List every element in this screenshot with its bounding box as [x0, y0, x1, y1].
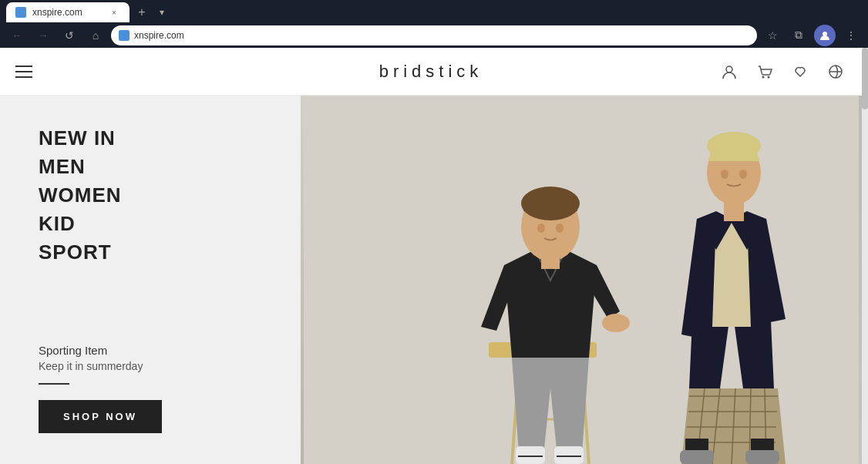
nav-links: NEW IN MEN WOMEN KID SPORT: [39, 126, 262, 264]
hamburger-line: [15, 76, 32, 78]
site-header: bridstick: [0, 48, 862, 96]
svg-point-20: [556, 224, 564, 233]
nav-link-women[interactable]: WOMEN: [39, 183, 262, 207]
browser-menu-button[interactable]: ⋮: [840, 25, 862, 46]
svg-point-3: [768, 76, 770, 78]
new-tab-button[interactable]: +: [131, 2, 153, 22]
hero-photo: [301, 96, 862, 464]
bookmark-button[interactable]: ☆: [762, 25, 783, 46]
nav-link-men[interactable]: MEN: [39, 155, 262, 179]
product-title: Sporting Item: [39, 344, 262, 357]
scrollbar-track[interactable]: [862, 48, 868, 464]
home-button[interactable]: ⌂: [85, 25, 106, 46]
header-icons: [718, 61, 846, 82]
divider: [39, 383, 69, 385]
back-button[interactable]: ←: [6, 25, 28, 46]
right-panel: [301, 96, 862, 464]
nav-link-sport[interactable]: SPORT: [39, 240, 262, 264]
left-panel: NEW IN MEN WOMEN KID SPORT Sporting Item…: [0, 96, 301, 464]
svg-rect-11: [516, 446, 545, 464]
product-subtitle: Keep it in summerday: [39, 360, 262, 372]
hamburger-line: [15, 71, 32, 72]
shop-now-button[interactable]: SHOP NOW: [39, 400, 162, 433]
address-security-icon: [119, 30, 130, 41]
refresh-button[interactable]: ↺: [59, 25, 80, 46]
svg-point-1: [726, 66, 732, 72]
svg-rect-12: [554, 446, 584, 464]
account-icon[interactable]: [718, 61, 740, 82]
profile-button[interactable]: [814, 25, 836, 46]
extensions-button[interactable]: ⧉: [788, 25, 809, 46]
svg-point-37: [721, 170, 728, 179]
nav-link-kid[interactable]: KID: [39, 212, 262, 236]
product-info: Sporting Item Keep it in summerday SHOP …: [39, 344, 262, 433]
svg-rect-18: [541, 254, 560, 269]
nav-link-new-in[interactable]: NEW IN: [39, 126, 262, 150]
forward-button[interactable]: →: [32, 25, 54, 46]
address-bar[interactable]: xnspire.com: [111, 25, 757, 45]
svg-rect-36: [724, 200, 744, 221]
tab-title: xnspire.com: [32, 7, 82, 18]
svg-point-35: [707, 132, 761, 160]
cart-icon[interactable]: [754, 61, 775, 82]
hero-section: NEW IN MEN WOMEN KID SPORT Sporting Item…: [0, 96, 862, 464]
address-url: xnspire.com: [134, 30, 184, 41]
svg-point-19: [537, 224, 545, 233]
svg-rect-33: [745, 450, 779, 464]
scrollbar-thumb[interactable]: [862, 48, 868, 109]
tab-dropdown-button[interactable]: ▾: [154, 2, 170, 22]
wishlist-icon[interactable]: [789, 61, 811, 82]
tab-favicon: [15, 7, 26, 18]
svg-rect-32: [680, 450, 714, 464]
active-tab[interactable]: xnspire.com ×: [6, 2, 130, 22]
language-icon[interactable]: [825, 61, 846, 82]
hamburger-line: [15, 66, 32, 67]
fashion-figures-svg: [301, 96, 862, 464]
site-logo: bridstick: [379, 62, 483, 82]
svg-point-15: [602, 314, 630, 332]
svg-point-38: [739, 170, 747, 179]
svg-point-2: [762, 76, 765, 78]
hamburger-menu-button[interactable]: [15, 60, 39, 83]
tab-close-button[interactable]: ×: [108, 6, 120, 18]
